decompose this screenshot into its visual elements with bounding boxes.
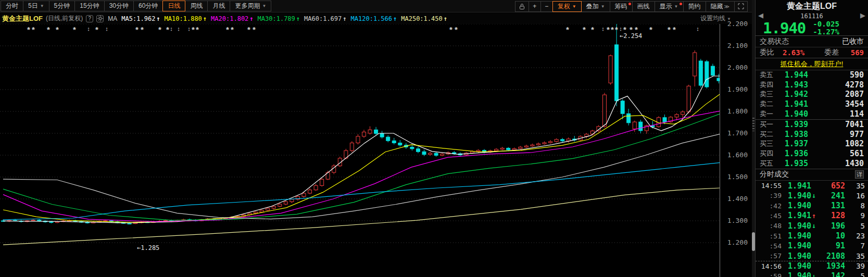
event-marker-icon[interactable]: *	[47, 25, 50, 34]
tab-分时[interactable]: 分时	[1, 1, 23, 11]
event-marker-icon[interactable]: ↕	[177, 26, 180, 32]
tab-30分钟[interactable]: 30分钟	[104, 1, 134, 11]
event-marker-icon[interactable]: *	[611, 25, 614, 34]
detail-button[interactable]: 详	[855, 170, 864, 179]
change-value: -0.025	[813, 20, 839, 28]
book-row-买四[interactable]: 买四1.936561	[756, 149, 868, 159]
event-marker-icon[interactable]: *	[455, 25, 458, 34]
event-marker-icon[interactable]: *	[583, 25, 586, 34]
trade-row[interactable]: :421.9401318	[756, 201, 868, 211]
trade-row[interactable]: 14:561.940193439	[756, 261, 868, 271]
book-row-买五[interactable]: 买五1.9351430	[756, 158, 868, 168]
prev-stock-arrow-icon[interactable]: ◀	[758, 11, 763, 19]
event-marker-icon[interactable]: *	[27, 25, 30, 34]
event-marker-icon[interactable]: ↕	[105, 26, 108, 32]
book-level-label: 卖五	[760, 70, 777, 80]
lock-icon-button[interactable]	[515, 1, 529, 12]
tool-复权[interactable]: 复权▼	[552, 1, 582, 12]
fullscreen-icon-button[interactable]	[734, 1, 748, 12]
trade-status-value: 已收市	[842, 37, 864, 46]
event-marker-icon[interactable]: *	[196, 25, 199, 34]
trade-row[interactable]: :511.9401023	[756, 231, 868, 241]
trade-volume: 10	[822, 231, 845, 241]
event-marker-icon[interactable]: *	[449, 25, 452, 34]
tab-更多周期[interactable]: 更多周期▼	[230, 1, 271, 11]
event-marker-icon[interactable]: *	[135, 25, 139, 34]
event-marker-icon[interactable]: *	[56, 25, 59, 34]
event-marker-icon[interactable]: *	[166, 25, 169, 34]
event-marker-icon[interactable]: ↕	[696, 26, 699, 32]
axis-tick-label: 2.200	[722, 20, 748, 28]
event-marker-icon[interactable]: *	[247, 25, 250, 34]
tool-zoom-in[interactable]: +	[529, 1, 541, 12]
book-row-卖四[interactable]: 卖四1.9434278	[756, 80, 868, 90]
tool-叠加[interactable]: 叠加▼	[581, 1, 610, 12]
event-marker-icon[interactable]: *	[253, 25, 256, 34]
event-marker-icon[interactable]: *	[607, 25, 610, 34]
tab-周线[interactable]: 周线	[185, 1, 208, 11]
ma-legend-bar: 黄金主题LOF (日线,前复权) ? MA MA5:1.962↑MA10:1.8…	[0, 13, 752, 24]
help-icon[interactable]: ?	[86, 15, 93, 22]
trade-row[interactable]: 14:551.94165235	[756, 181, 868, 191]
event-marker-icon[interactable]: ↕	[619, 26, 622, 32]
event-marker-icon[interactable]: *	[73, 25, 76, 34]
quote-header: ◀ ▶ 黄金主题LOF 161116 1.940 -0.025 -1.27%	[756, 0, 868, 35]
event-marker-icon[interactable]: *	[141, 25, 144, 34]
trade-row[interactable]: :571.940210835	[756, 251, 868, 261]
tab-60分钟[interactable]: 60分钟	[133, 1, 163, 11]
trade-row[interactable]: :591.940↓1425	[756, 271, 868, 277]
event-marker-icon[interactable]: *	[649, 25, 652, 34]
tool-显示[interactable]: 显示▼	[655, 1, 684, 12]
candle-body	[524, 146, 528, 147]
trade-row[interactable]: :391.940↓24116	[756, 191, 868, 200]
event-marker-icon[interactable]: *	[32, 25, 35, 34]
event-marker-icon[interactable]: *	[231, 25, 234, 34]
book-row-卖一[interactable]: 卖一1.940114	[756, 109, 868, 119]
trade-count: 7	[845, 242, 865, 250]
tick-trades-list[interactable]: 14:551.94165235:391.940↓24116:421.940131…	[756, 181, 868, 277]
book-row-卖五[interactable]: 卖五1.944590	[756, 70, 868, 80]
up-arrow-icon: ↑	[393, 15, 397, 22]
axis-tick-label: 1.500	[722, 173, 748, 181]
tool-zoom-out[interactable]: −	[540, 1, 553, 12]
tab-5日[interactable]: 5日▼	[23, 1, 49, 11]
event-marker-icon[interactable]: *	[673, 25, 676, 34]
event-marker-icon[interactable]: ↕	[87, 26, 90, 32]
event-marker-icon[interactable]: *	[95, 25, 98, 34]
tab-5分钟[interactable]: 5分钟	[49, 1, 76, 11]
trade-row[interactable]: :481.940↓1965	[756, 221, 868, 231]
event-marker-icon[interactable]: *	[591, 25, 594, 34]
tab-15分钟[interactable]: 15分钟	[74, 1, 104, 11]
symbol-name: 黄金主题LOF	[2, 14, 43, 23]
event-marker-icon[interactable]: *	[668, 25, 671, 34]
event-marker-icon[interactable]: ↕	[170, 26, 173, 32]
event-marker-icon[interactable]: *	[158, 25, 161, 34]
down-arrow-icon: ↓	[812, 222, 816, 230]
tool-隐藏[interactable]: 隐藏≫	[706, 1, 735, 12]
ma-line-ma20	[3, 111, 720, 222]
book-row-买二[interactable]: 买二1.938977	[756, 130, 868, 140]
trade-row[interactable]: :451.941↑1289	[756, 211, 868, 221]
next-stock-arrow-icon[interactable]: ▶	[860, 11, 865, 19]
tab-日线[interactable]: 日线	[162, 1, 185, 11]
book-row-买三[interactable]: 买三1.9371082	[756, 139, 868, 149]
open-account-link[interactable]: 抓住机会，即刻开户!	[781, 59, 844, 69]
gear-icon[interactable]	[96, 15, 104, 22]
tab-月线[interactable]: 月线	[207, 1, 230, 11]
event-marker-icon[interactable]: *	[615, 25, 618, 34]
trade-row[interactable]: :541.940917	[756, 241, 868, 251]
event-marker-icon[interactable]: *	[192, 25, 195, 34]
book-row-卖二[interactable]: 卖二1.9413454	[756, 99, 868, 109]
tool-简约[interactable]: 简约	[683, 1, 706, 12]
tool-筹码[interactable]: 筹码	[610, 1, 633, 12]
candlestick-chart[interactable]: *****↕*↕****↕↕↕***********↕***↕******↕←2…	[0, 24, 720, 277]
event-marker-icon[interactable]: ↕	[601, 26, 605, 32]
event-marker-icon[interactable]: *	[226, 25, 229, 34]
book-row-买一[interactable]: 买一1.9397041	[756, 120, 868, 130]
down-arrow-icon: ↓	[812, 272, 816, 277]
book-row-卖三[interactable]: 卖三1.9422087	[756, 90, 868, 99]
event-marker-icon[interactable]: *	[566, 25, 569, 34]
tool-画线[interactable]: 画线	[632, 1, 655, 12]
event-marker-icon[interactable]: ↕	[187, 26, 191, 32]
stock-name: 黄金主题LOF	[756, 0, 868, 12]
